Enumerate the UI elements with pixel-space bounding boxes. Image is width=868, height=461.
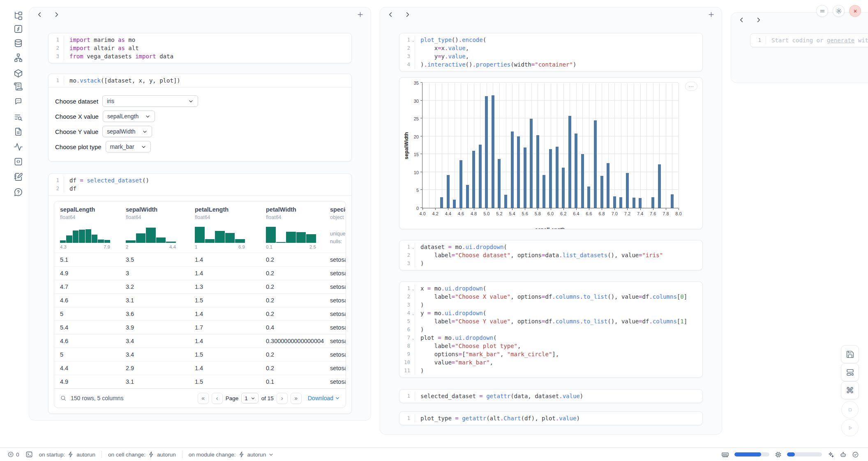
code-line[interactable]: 11) bbox=[399, 366, 702, 375]
code-line[interactable]: 9 options=["mark_bar", "mark_circle"], bbox=[399, 350, 702, 358]
column-name[interactable]: petalLength bbox=[195, 206, 260, 213]
column-name[interactable]: sepalWidth bbox=[126, 206, 189, 213]
packages-icon[interactable] bbox=[14, 69, 23, 78]
table-row[interactable]: 4.931.40.2setosa bbox=[54, 266, 346, 280]
code-line[interactable]: 2df bbox=[48, 184, 351, 193]
scratchpad-icon[interactable] bbox=[14, 172, 23, 182]
layout-button[interactable] bbox=[841, 363, 859, 381]
save-button[interactable] bbox=[841, 345, 859, 363]
error-count-chip[interactable]: 0 bbox=[7, 451, 19, 458]
dropdown-select[interactable]: iris bbox=[102, 95, 198, 107]
table-row[interactable]: 4.93.11.50.1setosa bbox=[54, 375, 346, 388]
logs-icon[interactable] bbox=[14, 113, 23, 122]
play-button[interactable] bbox=[841, 419, 859, 436]
help-icon[interactable] bbox=[14, 187, 23, 197]
code-line[interactable]: 1⌄dataset = mo.ui.dropdown( bbox=[399, 243, 702, 251]
code-line[interactable]: 3from vega_datasets import data bbox=[48, 52, 351, 60]
code-line[interactable]: 2import altair as alt bbox=[48, 44, 351, 52]
runtime-config-0[interactable]: on startup:autorun bbox=[39, 451, 96, 458]
search-icon[interactable] bbox=[60, 395, 67, 401]
column-back-button[interactable] bbox=[738, 16, 745, 23]
table-row[interactable]: 5.43.91.70.4setosa bbox=[54, 320, 346, 334]
code-line[interactable]: 1⌄x = mo.ui.dropdown( bbox=[399, 284, 702, 293]
dependency-graph-icon[interactable] bbox=[14, 53, 23, 62]
dropdown-select[interactable]: mark_bar bbox=[106, 141, 151, 152]
function-icon[interactable] bbox=[14, 24, 23, 34]
code-placeholder[interactable]: Start coding or generate with bbox=[766, 36, 868, 44]
table-row[interactable]: 4.63.11.50.2setosa bbox=[54, 293, 346, 307]
add-cell-button[interactable] bbox=[357, 11, 364, 18]
code-line[interactable]: 7⌄plot = mo.ui.dropdown( bbox=[399, 334, 702, 342]
x-tick-label: 8.0 bbox=[675, 211, 681, 216]
snippets-icon[interactable] bbox=[14, 157, 23, 166]
bar-chart[interactable]: 4.04.24.44.64.85.05.25.45.65.86.06.26.46… bbox=[422, 83, 678, 208]
line-number: 2 bbox=[399, 293, 415, 301]
code-line[interactable]: 10 value="mark_bar", bbox=[399, 358, 702, 366]
add-cell-button[interactable] bbox=[708, 11, 715, 18]
page-select[interactable]: 1 bbox=[241, 393, 259, 403]
table-row[interactable]: 5.13.51.40.2setosa bbox=[54, 253, 346, 266]
column-forward-button[interactable] bbox=[755, 16, 762, 23]
code-line[interactable]: 1plot_type = getattr(alt.Chart(df), plot… bbox=[399, 414, 702, 422]
column-forward-button[interactable] bbox=[404, 11, 411, 18]
code-line[interactable]: 1import marimo as mo bbox=[48, 36, 351, 44]
file-explorer-icon[interactable] bbox=[14, 11, 23, 21]
first-page-button[interactable]: « bbox=[198, 393, 209, 404]
runtime-config-1[interactable]: on cell change:autorun bbox=[108, 451, 176, 458]
code-line[interactable]: 1df = selected_dataset() bbox=[48, 176, 351, 184]
table-row[interactable]: 4.42.91.40.2setosa bbox=[54, 361, 346, 375]
documentation-icon[interactable] bbox=[14, 127, 23, 136]
line-number: 2 bbox=[48, 44, 64, 52]
code-line[interactable]: 3) bbox=[399, 259, 702, 267]
chevron-down-icon bbox=[142, 129, 148, 134]
column-back-button[interactable] bbox=[387, 11, 394, 18]
column-name[interactable]: sepalLength bbox=[60, 206, 120, 213]
code-line[interactable]: 3 y=y.value, bbox=[399, 52, 702, 60]
bot-icon[interactable] bbox=[840, 451, 847, 458]
empty-code-cell[interactable]: 1 Start coding or generate with bbox=[750, 33, 868, 47]
tracing-icon[interactable] bbox=[14, 142, 23, 152]
code-line[interactable]: 1selected_dataset = getattr(data, datase… bbox=[399, 392, 702, 400]
table-cell: 5 bbox=[54, 351, 120, 358]
code-line[interactable]: 1⌄plot_type().encode( bbox=[399, 36, 702, 44]
column-back-button[interactable] bbox=[36, 11, 43, 18]
code-line[interactable]: 2 label="Choose X value", options=df.col… bbox=[399, 293, 702, 301]
code-line[interactable]: 5 label="Choose Y value", options=df.col… bbox=[399, 317, 702, 325]
dropdown-select[interactable]: sepalWidth bbox=[102, 126, 152, 137]
table-row[interactable]: 4.63.41.40.3000000000000004setosa bbox=[54, 334, 346, 348]
last-page-button[interactable]: » bbox=[291, 393, 302, 404]
code-line[interactable]: 4).interactive().properties(width="conta… bbox=[399, 60, 702, 69]
table-row[interactable]: 53.41.50.2setosa bbox=[54, 348, 346, 361]
code-line[interactable]: 2 label="Choose dataset", options=data.l… bbox=[399, 251, 702, 259]
code-line[interactable]: 6) bbox=[399, 325, 702, 334]
code-line[interactable]: 2 x=x.value, bbox=[399, 44, 702, 52]
column-forward-button[interactable] bbox=[53, 11, 60, 18]
download-button[interactable]: Download bbox=[308, 395, 340, 401]
next-page-button[interactable]: › bbox=[277, 393, 288, 404]
settings-button[interactable] bbox=[833, 5, 845, 17]
stop-button[interactable] bbox=[841, 401, 859, 418]
chart-bar bbox=[472, 151, 475, 208]
dropdown-select[interactable]: sepalLength bbox=[103, 111, 155, 122]
code-line[interactable]: 1mo.vstack([dataset, x, y, plot]) bbox=[48, 76, 351, 85]
code-line[interactable]: 4⌄y = mo.ui.dropdown( bbox=[399, 309, 702, 317]
runtime-config-2[interactable]: on module change:autorun bbox=[189, 451, 274, 458]
table-row[interactable]: 53.61.40.2setosa bbox=[54, 307, 346, 320]
column-name[interactable]: petalWidth bbox=[266, 206, 329, 213]
scroll-icon[interactable] bbox=[14, 82, 23, 91]
close-button[interactable] bbox=[849, 5, 861, 17]
command-button[interactable]: ⌘ bbox=[841, 381, 859, 399]
column-name[interactable]: species bbox=[330, 206, 346, 213]
generate-link[interactable]: generate bbox=[827, 37, 854, 44]
datasources-icon[interactable] bbox=[14, 39, 23, 48]
connection-status-icon[interactable] bbox=[852, 451, 859, 458]
menu-button[interactable] bbox=[816, 5, 828, 17]
table-row[interactable]: 4.73.21.30.2setosa bbox=[54, 280, 346, 293]
chart-menu-button[interactable]: ⋯ bbox=[685, 82, 697, 91]
prev-page-button[interactable]: ‹ bbox=[212, 393, 223, 404]
sparkles-icon[interactable] bbox=[827, 451, 834, 458]
code-line[interactable]: 3) bbox=[399, 301, 702, 309]
code-line[interactable]: 8 label="Choose plot type", bbox=[399, 342, 702, 350]
terminal-button[interactable] bbox=[25, 451, 33, 458]
chat-icon[interactable] bbox=[14, 96, 23, 106]
